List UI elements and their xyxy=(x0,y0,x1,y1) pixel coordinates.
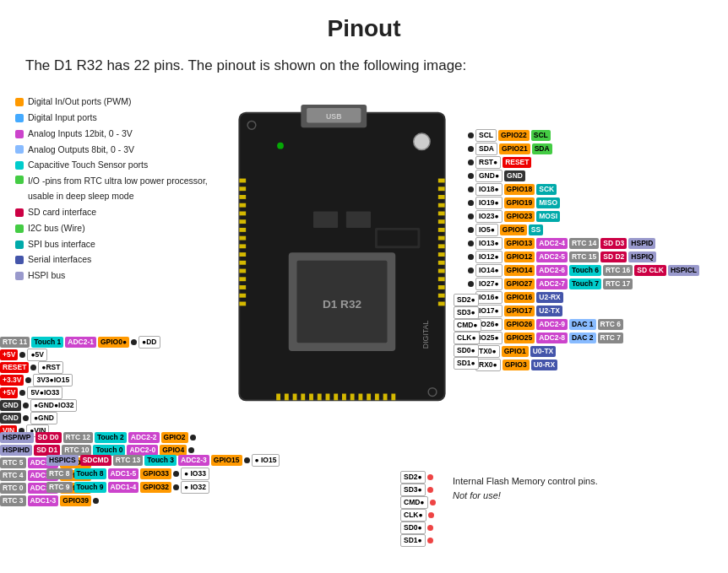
svg-rect-7 xyxy=(239,195,246,199)
svg-rect-22 xyxy=(438,186,445,191)
svg-rect-11 xyxy=(239,228,246,232)
svg-rect-62 xyxy=(391,393,395,400)
svg-rect-49 xyxy=(285,393,289,400)
svg-rect-52 xyxy=(309,393,313,400)
page-title: Pinout xyxy=(0,0,728,51)
svg-rect-21 xyxy=(438,179,445,183)
svg-point-4 xyxy=(414,133,430,149)
svg-rect-26 xyxy=(438,219,445,224)
svg-rect-14 xyxy=(239,252,246,257)
board-image: USB xyxy=(228,105,456,408)
subtitle: The D1 R32 has 22 pins. The pinout is sh… xyxy=(0,51,728,88)
svg-rect-23 xyxy=(438,195,445,199)
svg-rect-43 xyxy=(378,230,418,246)
svg-rect-29 xyxy=(438,244,445,248)
svg-rect-51 xyxy=(301,393,305,400)
svg-rect-12 xyxy=(239,236,246,241)
svg-rect-13 xyxy=(239,244,246,248)
svg-rect-35 xyxy=(438,294,445,298)
svg-rect-48 xyxy=(276,393,280,400)
svg-text:USB: USB xyxy=(326,112,341,121)
svg-text:D1 R32: D1 R32 xyxy=(323,298,362,311)
svg-rect-24 xyxy=(438,203,445,208)
svg-text:DIGITAL: DIGITAL xyxy=(421,321,430,349)
svg-rect-58 xyxy=(358,393,362,400)
svg-rect-15 xyxy=(239,261,246,265)
sd-labels: SD2● SD3● CMD● CLK● SD0● SD1● xyxy=(454,295,481,370)
svg-rect-28 xyxy=(438,236,445,241)
svg-rect-20 xyxy=(239,302,246,306)
svg-rect-56 xyxy=(342,393,346,400)
svg-rect-8 xyxy=(239,203,246,208)
svg-rect-34 xyxy=(438,285,445,289)
svg-rect-25 xyxy=(438,211,445,215)
svg-rect-54 xyxy=(326,393,330,400)
svg-rect-32 xyxy=(438,269,445,273)
svg-rect-40 xyxy=(313,211,338,227)
svg-point-45 xyxy=(277,143,284,149)
svg-rect-19 xyxy=(239,294,246,298)
legend: Digital In/Out ports (PWM) Digital Input… xyxy=(15,95,208,284)
svg-rect-5 xyxy=(239,179,246,183)
left-pin-labels-top: RTC 11 Touch 1 ADC2-1 GPIO0● ●DD +5V ●5V… xyxy=(0,337,160,438)
svg-rect-31 xyxy=(438,261,445,265)
svg-rect-41 xyxy=(346,211,371,227)
pinout-diagram: Digital In/Out ports (PWM) Digital Input… xyxy=(0,88,728,573)
svg-rect-18 xyxy=(239,285,246,289)
svg-rect-36 xyxy=(438,302,445,306)
svg-rect-9 xyxy=(239,211,246,215)
flash-pins: SD2● SD3● CMD● CLK● SD0● SD1● xyxy=(400,472,436,548)
svg-rect-60 xyxy=(375,393,379,400)
svg-rect-61 xyxy=(383,393,388,400)
svg-rect-50 xyxy=(293,393,297,400)
bottom-pin-labels: HSPICS SDCMD RTC 13 Touch 3 ADC2-3 GPIO1… xyxy=(46,455,280,495)
svg-rect-6 xyxy=(239,186,246,191)
svg-rect-55 xyxy=(334,393,338,400)
svg-rect-30 xyxy=(438,252,445,257)
svg-rect-10 xyxy=(239,219,246,224)
flash-note: Internal Flash Memory control pins. Not … xyxy=(453,474,598,502)
svg-rect-27 xyxy=(438,228,445,232)
svg-rect-59 xyxy=(367,393,371,400)
svg-rect-16 xyxy=(239,269,246,273)
svg-rect-53 xyxy=(318,393,322,400)
svg-rect-17 xyxy=(239,277,246,281)
right-pin-labels: SCL GPIO22 SCL SDA GPIO21 SDA RST● RESET… xyxy=(468,130,699,373)
svg-rect-57 xyxy=(350,393,355,400)
svg-rect-33 xyxy=(438,277,445,281)
